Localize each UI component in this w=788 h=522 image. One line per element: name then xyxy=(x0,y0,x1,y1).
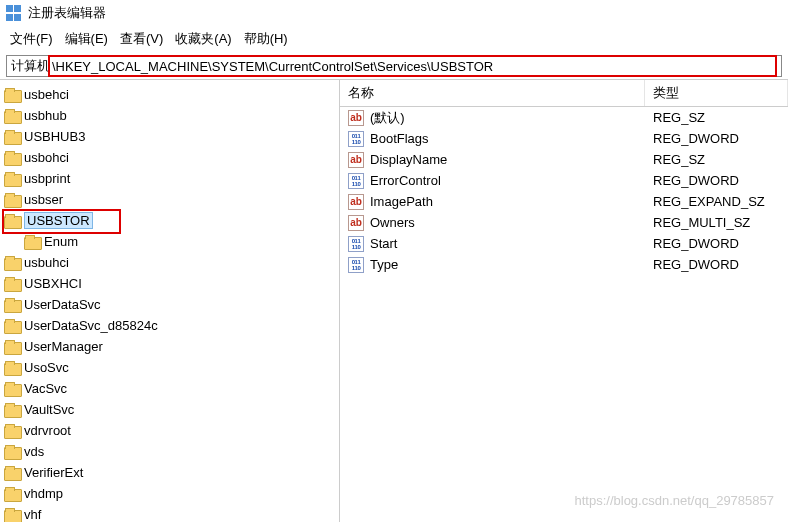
value-name: Type xyxy=(370,257,398,272)
menu-favorites[interactable]: 收藏夹(A) xyxy=(175,30,231,48)
folder-icon xyxy=(4,424,20,437)
value-row[interactable]: abImagePathREG_EXPAND_SZ xyxy=(340,191,788,212)
tree-item-usbehci[interactable]: usbehci xyxy=(0,84,339,105)
value-row[interactable]: abOwnersREG_MULTI_SZ xyxy=(340,212,788,233)
value-row[interactable]: 011 110TypeREG_DWORD xyxy=(340,254,788,275)
tree-item-label: UserDataSvc xyxy=(24,297,101,312)
tree-item-vaultsvc[interactable]: VaultSvc xyxy=(0,399,339,420)
tree-item-label: usbprint xyxy=(24,171,70,186)
value-row[interactable]: 011 110BootFlagsREG_DWORD xyxy=(340,128,788,149)
tree-item-usbhub3[interactable]: USBHUB3 xyxy=(0,126,339,147)
menu-file[interactable]: 文件(F) xyxy=(10,30,53,48)
value-name: ErrorControl xyxy=(370,173,441,188)
tree-item-label: USBHUB3 xyxy=(24,129,85,144)
title-bar: 注册表编辑器 xyxy=(0,0,788,26)
address-path: \HKEY_LOCAL_MACHINE\SYSTEM\CurrentContro… xyxy=(52,59,493,74)
tree-item-label: vhdmp xyxy=(24,486,63,501)
value-name: ImagePath xyxy=(370,194,433,209)
value-row[interactable]: 011 110StartREG_DWORD xyxy=(340,233,788,254)
tree-item-label: Enum xyxy=(44,234,78,249)
address-bar-container: 计算机 \HKEY_LOCAL_MACHINE\SYSTEM\CurrentCo… xyxy=(0,53,788,79)
tree-item-label: usbehci xyxy=(24,87,69,102)
value-type: REG_DWORD xyxy=(645,257,788,272)
value-name: Start xyxy=(370,236,397,251)
folder-icon xyxy=(4,130,20,143)
value-type: REG_EXPAND_SZ xyxy=(645,194,788,209)
folder-icon xyxy=(4,445,20,458)
folder-icon xyxy=(4,214,20,227)
folder-icon xyxy=(4,319,20,332)
tree-item-enum[interactable]: Enum xyxy=(0,231,339,252)
tree-item-usermanager[interactable]: UserManager xyxy=(0,336,339,357)
value-type: REG_DWORD xyxy=(645,131,788,146)
tree-item-usbohci[interactable]: usbohci xyxy=(0,147,339,168)
tree-item-label: usbuhci xyxy=(24,255,69,270)
address-prefix: 计算机 xyxy=(11,57,50,75)
string-value-icon: ab xyxy=(348,194,364,210)
tree-item-verifierext[interactable]: VerifierExt xyxy=(0,462,339,483)
column-header-name[interactable]: 名称 xyxy=(340,80,645,106)
folder-icon xyxy=(4,382,20,395)
tree-item-label: vhf xyxy=(24,507,41,522)
window-title: 注册表编辑器 xyxy=(28,4,106,22)
address-bar[interactable]: 计算机 \HKEY_LOCAL_MACHINE\SYSTEM\CurrentCo… xyxy=(6,55,782,77)
tree-item-usbser[interactable]: usbser xyxy=(0,189,339,210)
list-view[interactable]: 名称 类型 ab(默认)REG_SZ011 110BootFlagsREG_DW… xyxy=(340,80,788,522)
tree-view[interactable]: usbehciusbhubUSBHUB3usbohciusbprintusbse… xyxy=(0,80,340,522)
value-type: REG_DWORD xyxy=(645,173,788,188)
value-row[interactable]: 011 110ErrorControlREG_DWORD xyxy=(340,170,788,191)
tree-item-label: USBSTOR xyxy=(24,212,93,229)
tree-item-label: UserDataSvc_d85824c xyxy=(24,318,158,333)
column-header-type[interactable]: 类型 xyxy=(645,80,788,106)
tree-item-userdatasvc[interactable]: UserDataSvc xyxy=(0,294,339,315)
tree-item-label: USBXHCI xyxy=(24,276,82,291)
value-type: REG_DWORD xyxy=(645,236,788,251)
value-name: BootFlags xyxy=(370,131,429,146)
dword-value-icon: 011 110 xyxy=(348,173,364,189)
tree-item-vhf[interactable]: vhf xyxy=(0,504,339,522)
tree-item-usbhub[interactable]: usbhub xyxy=(0,105,339,126)
tree-item-userdatasvc_d85824c[interactable]: UserDataSvc_d85824c xyxy=(0,315,339,336)
tree-item-label: usbser xyxy=(24,192,63,207)
folder-icon xyxy=(4,172,20,185)
menu-view[interactable]: 查看(V) xyxy=(120,30,163,48)
folder-icon xyxy=(4,193,20,206)
tree-item-label: vdrvroot xyxy=(24,423,71,438)
value-row[interactable]: ab(默认)REG_SZ xyxy=(340,107,788,128)
string-value-icon: ab xyxy=(348,152,364,168)
tree-item-usosvc[interactable]: UsoSvc xyxy=(0,357,339,378)
string-value-icon: ab xyxy=(348,110,364,126)
folder-icon xyxy=(4,403,20,416)
tree-item-label: vds xyxy=(24,444,44,459)
tree-item-usbuhci[interactable]: usbuhci xyxy=(0,252,339,273)
string-value-icon: ab xyxy=(348,215,364,231)
tree-item-label: usbohci xyxy=(24,150,69,165)
tree-item-vdrvroot[interactable]: vdrvroot xyxy=(0,420,339,441)
tree-item-vds[interactable]: vds xyxy=(0,441,339,462)
dword-value-icon: 011 110 xyxy=(348,131,364,147)
list-body: ab(默认)REG_SZ011 110BootFlagsREG_DWORDabD… xyxy=(340,107,788,275)
value-type: REG_MULTI_SZ xyxy=(645,215,788,230)
tree-item-label: UserManager xyxy=(24,339,103,354)
tree-item-vhdmp[interactable]: vhdmp xyxy=(0,483,339,504)
menu-help[interactable]: 帮助(H) xyxy=(244,30,288,48)
value-name: DisplayName xyxy=(370,152,447,167)
main-panel: usbehciusbhubUSBHUB3usbohciusbprintusbse… xyxy=(0,79,788,522)
tree-item-label: VerifierExt xyxy=(24,465,83,480)
folder-icon xyxy=(4,361,20,374)
tree-item-usbprint[interactable]: usbprint xyxy=(0,168,339,189)
folder-icon xyxy=(4,487,20,500)
value-row[interactable]: abDisplayNameREG_SZ xyxy=(340,149,788,170)
regedit-icon xyxy=(6,5,22,21)
value-type: REG_SZ xyxy=(645,110,788,125)
folder-icon xyxy=(24,235,40,248)
list-header: 名称 类型 xyxy=(340,80,788,107)
folder-icon xyxy=(4,340,20,353)
menu-edit[interactable]: 编辑(E) xyxy=(65,30,108,48)
folder-icon xyxy=(4,256,20,269)
tree-item-label: usbhub xyxy=(24,108,67,123)
tree-item-label: VacSvc xyxy=(24,381,67,396)
tree-item-usbxhci[interactable]: USBXHCI xyxy=(0,273,339,294)
tree-item-usbstor[interactable]: USBSTOR xyxy=(0,210,339,231)
tree-item-vacsvc[interactable]: VacSvc xyxy=(0,378,339,399)
